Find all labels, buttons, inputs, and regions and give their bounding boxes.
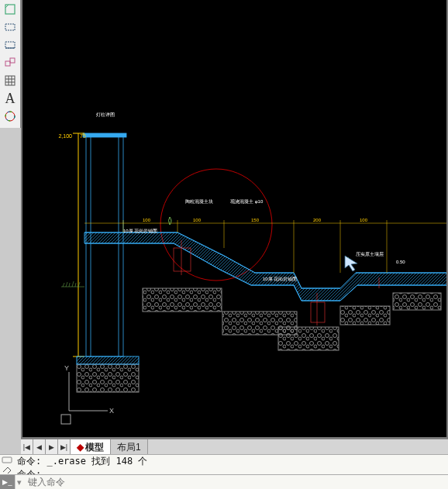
tabs-container: ◆模型 布局1: [71, 439, 148, 454]
svg-rect-7: [5, 76, 15, 85]
tab-next-button[interactable]: ▶: [46, 439, 58, 455]
svg-rect-30: [143, 288, 222, 312]
svg-rect-15: [86, 136, 123, 356]
svg-rect-2: [5, 24, 15, 30]
svg-rect-36: [77, 356, 139, 364]
toolbar-text-icon[interactable]: A: [2, 91, 18, 106]
toolbar-trim-icon[interactable]: [2, 19, 18, 35]
cmd-dropdown-icon[interactable]: ▾: [16, 477, 23, 487]
svg-text:100: 100: [143, 218, 151, 222]
svg-rect-6: [10, 58, 15, 63]
tab-layout1[interactable]: 布局1: [111, 439, 148, 455]
toolbar-save-icon[interactable]: [2, 2, 18, 17]
svg-rect-34: [393, 293, 441, 310]
callout-2: 现浇混凝土 φ10: [230, 199, 264, 204]
svg-rect-35: [77, 364, 139, 392]
ucs-x-label: X: [109, 407, 114, 415]
command-line: ▶_ ▾: [0, 474, 448, 489]
command-history-line1: 命令: _.erase 找到 148 个: [17, 455, 448, 468]
svg-rect-5: [5, 61, 10, 66]
command-input[interactable]: [23, 477, 448, 487]
svg-rect-54: [2, 457, 12, 463]
tab-bar: |◀ ◀ ▶ ▶| ◆模型 布局1: [21, 439, 448, 454]
label-right-note: 压实原土壤层: [356, 251, 384, 257]
tab-first-button[interactable]: |◀: [21, 439, 33, 455]
svg-text:150: 150: [251, 218, 260, 222]
svg-rect-32: [278, 327, 339, 350]
svg-rect-3: [5, 42, 15, 48]
tab-nav: |◀ ◀ ▶ ▶|: [21, 439, 71, 454]
command-prompt-icon[interactable]: ▶_: [0, 475, 16, 490]
toolbar-table-icon[interactable]: [2, 73, 18, 88]
dim-label1: 10厚 花岗岩铺面: [123, 229, 157, 233]
svg-rect-52: [61, 415, 71, 424]
chat-icon: [2, 456, 12, 464]
toolbar-color-icon[interactable]: [2, 108, 18, 124]
cad-drawing: 2,100 75 灯柱详图 陶粒混凝土块 现浇混凝土 φ10: [22, 0, 448, 439]
svg-text:200: 200: [313, 218, 322, 222]
left-toolbar: A: [0, 0, 21, 128]
svg-rect-18: [83, 133, 126, 137]
tab-last-button[interactable]: ▶|: [58, 439, 71, 455]
svg-text:100: 100: [360, 218, 368, 222]
ucs-y-label: Y: [64, 364, 69, 372]
svg-rect-28: [311, 302, 325, 322]
svg-rect-33: [340, 306, 390, 325]
callout-1: 陶粒混凝土块: [185, 199, 213, 204]
dim-2100: 2,100: [58, 133, 72, 139]
toolbar-trim2-icon[interactable]: [2, 37, 18, 53]
tab-prev-button[interactable]: ◀: [33, 439, 46, 455]
wrench-icon[interactable]: [2, 466, 12, 474]
drawing-viewport[interactable]: 2,100 75 灯柱详图 陶粒混凝土块 现浇混凝土 φ10: [21, 0, 448, 439]
dim-label2: 10厚 花岗岩铺面: [263, 277, 297, 281]
command-history: 命令: _.erase 找到 148 个 命令:: [0, 454, 448, 474]
svg-text:100: 100: [193, 218, 202, 222]
toolbar-assoc-icon[interactable]: [2, 55, 18, 71]
top-title: 灯柱详图: [96, 112, 115, 117]
label-0.50: 0.50: [396, 260, 405, 264]
dim-75: 75: [80, 133, 86, 139]
tab-model[interactable]: ◆模型: [71, 439, 111, 455]
cmdhist-icons: [2, 456, 14, 474]
